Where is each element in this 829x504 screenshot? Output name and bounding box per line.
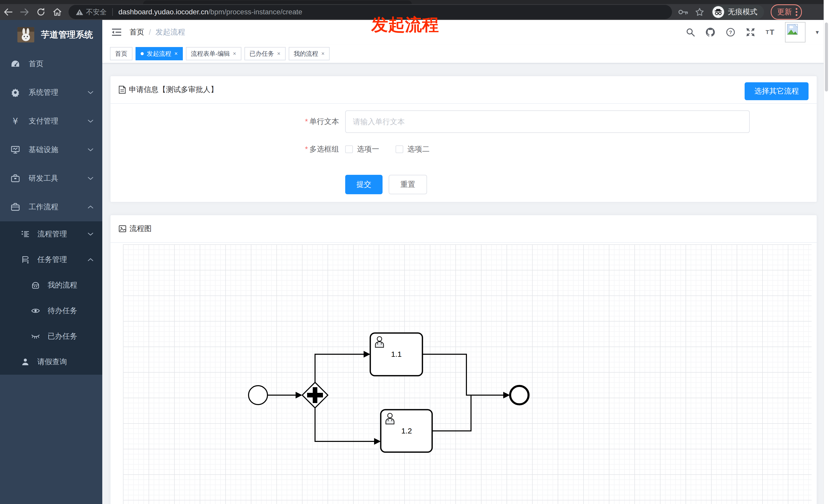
sidebar-logo[interactable]: 芋道管理系统 (0, 20, 102, 49)
reload-button[interactable] (33, 5, 49, 19)
browser-active-tab[interactable] (143, 1, 412, 4)
sidebar-item-label: 请假查询 (37, 357, 67, 367)
checkbox-group: 选项一 选项二 (345, 144, 430, 154)
close-icon[interactable]: × (233, 50, 236, 57)
back-button[interactable] (0, 5, 16, 19)
checkbox-label: 选项一 (357, 144, 379, 154)
process-diagram-card: 流程图 (110, 215, 817, 504)
sidebar-item-infra[interactable]: 基础设施 (0, 135, 102, 164)
tab-start-process[interactable]: 发起流程 × (136, 47, 183, 60)
close-icon[interactable]: × (174, 50, 178, 57)
tab-label: 已办任务 (250, 49, 274, 58)
chevron-down-icon (87, 148, 94, 152)
sidebar-item-payment[interactable]: ¥ 支付管理 (0, 107, 102, 135)
browser-menu-icon[interactable] (795, 8, 798, 16)
chevron-down-icon (87, 90, 94, 94)
url-bar[interactable]: 不安全 dashboard.yudao.iocoder.cn/bpm/proce… (69, 5, 672, 19)
flow-gateway-to-task2[interactable] (315, 408, 374, 441)
fullscreen-button[interactable] (746, 27, 755, 37)
svg-text:?: ? (729, 30, 732, 35)
reset-button[interactable]: 重置 (389, 175, 427, 194)
url-domain: dashboard.yudao.iocoder.cn (118, 8, 208, 16)
scrollbar-thumb[interactable] (825, 23, 828, 91)
update-label: 更新 (777, 7, 792, 17)
sidebar-item-label: 首页 (29, 59, 43, 69)
update-button[interactable]: 更新 (771, 4, 802, 20)
search-button[interactable] (686, 28, 695, 37)
dashboard-icon (11, 60, 20, 68)
checkbox-icon[interactable] (345, 146, 353, 153)
incognito-icon (712, 6, 724, 18)
tab-my-process[interactable]: 我的流程 × (289, 47, 330, 60)
chevron-up-icon (87, 258, 94, 262)
hamburger-icon (112, 31, 114, 34)
sidebar-item-workflow[interactable]: 工作流程 (0, 193, 102, 221)
required-mark: * (305, 117, 308, 125)
arrowhead (364, 351, 370, 357)
end-event[interactable] (510, 386, 529, 404)
flow-task2-to-end[interactable] (432, 395, 503, 431)
diagram-card-header: 流程图 (110, 215, 817, 243)
start-event[interactable] (249, 386, 267, 404)
tab-home[interactable]: 首页 (110, 47, 133, 60)
checkbox-option-2[interactable]: 选项二 (396, 144, 430, 154)
task-branch-icon (21, 256, 30, 264)
chevron-down-icon (87, 119, 94, 123)
sidebar-collapse-button[interactable] (111, 28, 122, 37)
eye-closed-icon (31, 334, 40, 339)
bookmark-star-button[interactable] (695, 8, 704, 16)
user-icon (21, 358, 30, 366)
security-indicator[interactable]: 不安全 (76, 7, 107, 16)
forward-button[interactable] (16, 5, 33, 19)
font-size-button[interactable]: TT (766, 28, 775, 37)
password-key-button[interactable] (678, 9, 688, 15)
flow-gateway-to-task1[interactable] (315, 354, 364, 382)
breadcrumb-home[interactable]: 首页 (130, 27, 144, 37)
workflow-submenu: 流程管理 任务管理 我的流程 待办任务 (0, 221, 102, 375)
broken-image-icon (787, 24, 799, 35)
sidebar-item-home[interactable]: 首页 (0, 49, 102, 78)
help-button[interactable]: ? (726, 27, 735, 37)
sidebar-item-label: 基础设施 (29, 145, 58, 155)
yen-icon: ¥ (11, 117, 20, 125)
sidebar-item-leave-query[interactable]: 请假查询 (0, 349, 102, 375)
monitor-icon (11, 146, 20, 154)
breadcrumb-separator: / (149, 28, 151, 37)
checkbox-icon[interactable] (396, 146, 403, 153)
tab-done-tasks[interactable]: 已办任务 × (245, 47, 286, 60)
tab-form-edit[interactable]: 流程表单-编辑 × (186, 47, 241, 60)
sidebar-item-devtools[interactable]: 研发工具 (0, 164, 102, 193)
home-button[interactable] (49, 5, 66, 19)
tags-view-bar: 首页 发起流程 × 流程表单-编辑 × 已办任务 × 我的流程 × (102, 44, 829, 64)
sidebar-item-label: 已办任务 (47, 331, 77, 342)
choose-other-process-button[interactable]: 选择其它流程 (745, 82, 808, 100)
close-icon[interactable]: × (321, 50, 325, 57)
picture-icon (119, 225, 126, 232)
home-icon (54, 9, 61, 15)
arrowhead (296, 392, 302, 398)
sidebar-item-system[interactable]: 系统管理 (0, 78, 102, 107)
avatar[interactable] (785, 22, 805, 42)
close-icon[interactable]: × (277, 50, 281, 57)
sidebar-item-task-mgmt[interactable]: 任务管理 (0, 247, 102, 272)
browser-tab-strip (0, 0, 829, 4)
tab-label: 我的流程 (294, 49, 318, 58)
sidebar-item-done-tasks[interactable]: 已办任务 (0, 323, 102, 349)
sidebar-item-todo-tasks[interactable]: 待办任务 (0, 298, 102, 323)
sidebar-item-process-mgmt[interactable]: 流程管理 (0, 221, 102, 247)
single-line-text-input[interactable] (345, 110, 750, 133)
chevron-down-icon (87, 176, 94, 181)
bpmn-canvas[interactable]: 1.1 1.2 (123, 244, 812, 504)
sidebar-item-label: 流程管理 (37, 229, 67, 239)
page-scrollbar[interactable] (824, 0, 829, 504)
github-button[interactable] (705, 27, 716, 37)
url-text[interactable]: dashboard.yudao.iocoder.cn/bpm/process-i… (118, 8, 302, 16)
fullscreen-icon (746, 27, 755, 37)
chevron-down-icon[interactable]: ▾ (816, 29, 819, 36)
sidebar-item-my-process[interactable]: 我的流程 (0, 272, 102, 298)
checkbox-option-1[interactable]: 选项一 (345, 144, 379, 154)
sidebar-item-label: 我的流程 (47, 280, 77, 290)
flow-task1-to-end[interactable] (423, 354, 503, 395)
url-path: /bpm/process-instance/create (208, 8, 302, 16)
submit-button[interactable]: 提交 (345, 175, 383, 194)
